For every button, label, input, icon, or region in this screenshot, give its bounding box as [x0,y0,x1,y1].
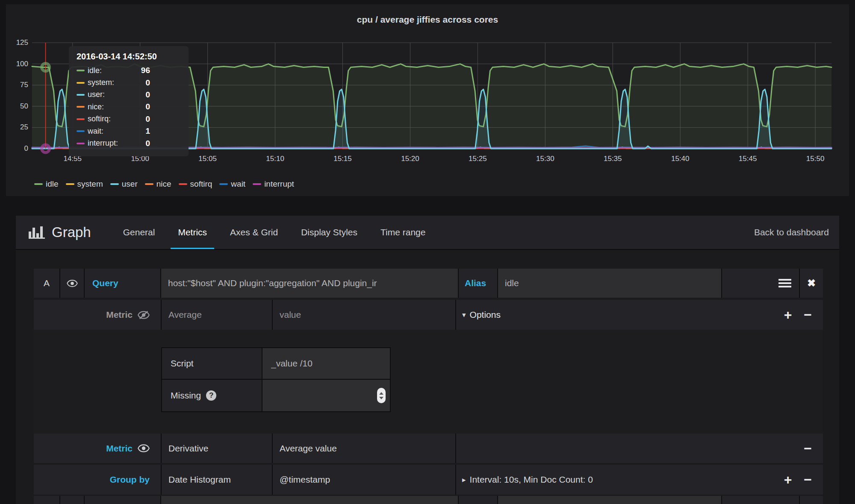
help-icon[interactable]: ? [206,390,216,401]
remove-metric-button[interactable]: − [804,442,812,455]
legend-color-dash [110,183,119,185]
legend-item-interrupt[interactable]: interrupt [253,179,294,189]
x-axis-tick-label: 15:30 [530,155,560,163]
tooltip-series-value: 0 [132,139,150,148]
group-by-row: Group by Date Histogram @timestamp ▸ Int… [34,465,823,495]
series-color-dash [77,70,85,71]
chart-tooltip: 2016-03-14 14:52:50 idle:96system:0user:… [69,46,189,156]
query-ref-letter[interactable]: A [34,269,59,298]
chevron-right-icon: ▸ [462,475,466,484]
x-axis-tick-label: 15:10 [260,155,290,163]
group-by-settings-toggle[interactable]: ▸ Interval: 10s, Min Doc Count: 0 [462,475,593,485]
eye-icon [138,444,150,452]
tooltip-row: interrupt:0 [77,137,150,149]
legend-color-dash [34,183,43,185]
legend-label: system [77,179,103,189]
tooltip-series-label: interrupt: [88,139,132,148]
y-axis-labels: 0255075100125 [6,43,28,149]
query-visibility-toggle[interactable] [60,269,84,298]
legend-label: idle [46,179,59,189]
legend-color-dash [66,183,74,185]
legend-item-softirq[interactable]: softirq [179,179,212,189]
missing-label-cell: Missing ? [162,380,262,411]
remove-group-by-button[interactable]: − [804,473,812,486]
bar-chart-icon [29,226,45,239]
legend-color-dash [179,183,187,185]
series-color-dash [77,94,85,96]
editor-tabs: General Metrics Axes & Grid Display Styl… [112,216,437,249]
legend-item-nice[interactable]: nice [145,179,171,189]
number-stepper[interactable] [377,388,386,403]
x-axis-tick-label: 15:50 [800,155,830,163]
y-axis-tick-label: 100 [6,60,28,68]
tab-time-range[interactable]: Time range [369,216,437,249]
script-input[interactable]: _value /10 [262,348,390,379]
tooltip-series-value: 96 [132,66,150,75]
add-group-by-button[interactable]: + [784,473,792,486]
metric-row-derivative: Metric Derivative Average value − [34,434,823,463]
remove-metric-button[interactable]: − [804,308,812,322]
legend-label: nice [156,179,171,189]
metric-row-hidden: Metric Average value ▾ Options + − [34,300,823,330]
legend-label: softirq [190,179,212,189]
tooltip-timestamp: 2016-03-14 14:52:50 [77,52,181,62]
legend-item-system[interactable]: system [66,179,103,189]
missing-input[interactable] [262,380,390,411]
metric-label-cell[interactable]: Metric [34,434,161,463]
panel-editor: Graph General Metrics Axes & Grid Displa… [16,216,839,504]
legend-color-dash [219,183,228,185]
x-axis-tick-label: 15:45 [733,155,763,163]
close-icon[interactable]: ✖ [807,277,816,289]
graph-panel: cpu / average jiffies across cores 02550… [6,4,849,196]
series-color-dash [77,143,85,144]
alias-input[interactable]: idle [498,269,721,298]
tab-metrics[interactable]: Metrics [166,216,218,249]
y-axis-tick-label: 125 [6,38,28,47]
x-axis-tick-label: 15:05 [193,155,223,163]
metric-field-select[interactable]: Average value [273,434,455,463]
tooltip-series-value: 0 [132,78,150,88]
tab-general[interactable]: General [112,216,167,249]
legend-item-user[interactable]: user [110,179,138,189]
query-row: A Query host:"$host" AND plugin:"aggrega… [34,269,823,298]
x-axis-tick-label: 15:15 [328,155,358,163]
options-toggle[interactable]: ▾ Options [462,310,501,320]
tooltip-series-value: 1 [132,126,150,136]
legend-item-wait[interactable]: wait [219,179,245,189]
tooltip-series-label: user: [88,90,132,99]
query-remove-cell: ✖ [800,269,823,298]
legend-item-idle[interactable]: idle [34,179,59,189]
alias-label: Alias [459,269,497,298]
group-by-label-cell[interactable]: Group by [34,465,161,495]
tooltip-series-label: softirq: [88,114,132,123]
metric-options-cell: − [456,434,823,463]
metric-options-panel: Script _value /10 Missing ? [34,330,823,434]
metric-field-select[interactable]: value [273,300,455,330]
eye-icon [67,280,78,287]
legend-label: interrupt [264,179,294,189]
tooltip-series-label: nice: [88,103,132,111]
metric-agg-select[interactable]: Average [162,300,272,330]
query-input[interactable]: host:"$host" AND plugin:"aggregation" AN… [161,269,458,298]
series-color-dash [77,82,85,84]
tab-display-styles[interactable]: Display Styles [289,216,369,249]
tab-axes-grid[interactable]: Axes & Grid [218,216,289,249]
metric-agg-select[interactable]: Derivative [162,434,272,463]
tooltip-series-label: wait: [88,127,132,136]
group-by-agg-select[interactable]: Date Histogram [162,465,272,495]
chevron-down-icon: ▾ [462,311,466,319]
x-axis-tick-label: 15:35 [598,155,628,163]
group-by-field-select[interactable]: @timestamp [273,465,455,495]
tooltip-series-value: 0 [132,114,150,124]
metric-label-cell[interactable]: Metric [34,300,161,330]
panel-title: cpu / average jiffies across cores [6,15,849,25]
add-metric-button[interactable]: + [784,308,792,322]
tooltip-row: wait:1 [77,125,150,137]
y-axis-tick-label: 75 [6,81,28,89]
tooltip-row: softirq:0 [77,113,150,125]
back-to-dashboard-link[interactable]: Back to dashboard [754,227,829,237]
chart-legend: idlesystemusernicesoftirqwaitinterrupt [34,179,301,189]
tooltip-row: system:0 [77,76,150,88]
panel-type-title: Graph [52,224,91,240]
query-menu-icon[interactable] [778,279,791,287]
